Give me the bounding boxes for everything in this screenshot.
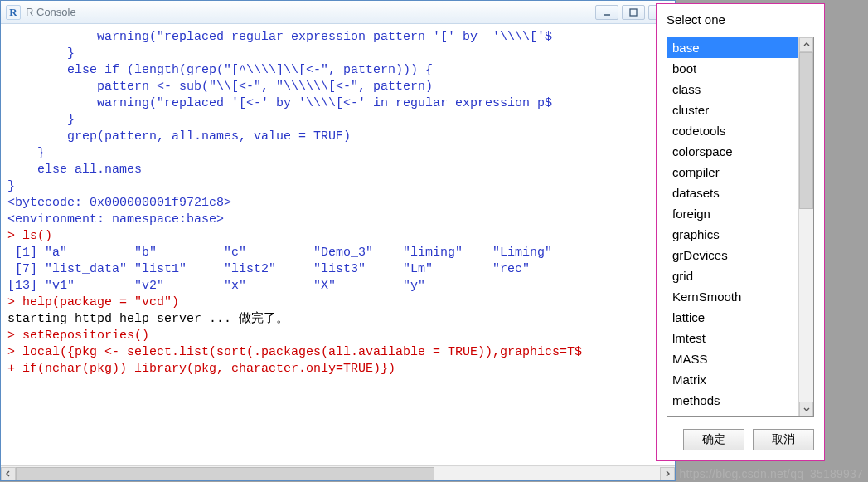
list-item[interactable]: MASS bbox=[667, 348, 798, 369]
console-line: [7] "list_data" "list1" "list2" "list3" … bbox=[7, 261, 668, 278]
h-scroll-thumb[interactable] bbox=[16, 467, 434, 480]
list-item[interactable]: lmtest bbox=[667, 328, 798, 348]
maximize-button[interactable] bbox=[622, 5, 645, 20]
list-item[interactable]: KernSmooth bbox=[667, 286, 798, 307]
console-line: } bbox=[7, 145, 668, 162]
console-line: warning("replaced regular expression pat… bbox=[7, 29, 668, 46]
dialog-title: Select one bbox=[667, 12, 814, 27]
list-item[interactable]: methods bbox=[667, 390, 798, 411]
list-item[interactable]: datasets bbox=[667, 183, 798, 203]
list-item[interactable]: grDevices bbox=[667, 245, 798, 265]
vertical-scrollbar[interactable] bbox=[798, 37, 813, 416]
console-line: [1] "a" "b" "c" "Demo_3" "liming" "Limin… bbox=[7, 245, 668, 261]
console-line: grep(pattern, all.names, value = TRUE) bbox=[7, 129, 668, 145]
console-line: [13] "v1" "v2" "x" "X" "y" bbox=[7, 278, 668, 295]
console-line: > setRepositories() bbox=[7, 328, 668, 344]
scroll-left-arrow[interactable] bbox=[1, 467, 16, 480]
cancel-button[interactable]: 取消 bbox=[753, 429, 814, 450]
r-console-body: warning("replaced regular expression pat… bbox=[1, 24, 675, 480]
list-item[interactable]: boot bbox=[667, 58, 798, 79]
list-item[interactable]: lattice bbox=[667, 307, 798, 328]
list-item[interactable]: base bbox=[667, 37, 798, 58]
list-item[interactable]: class bbox=[667, 79, 798, 100]
list-item[interactable]: mgcv bbox=[667, 411, 798, 416]
console-line: } bbox=[7, 178, 668, 195]
list-item[interactable]: graphics bbox=[667, 224, 798, 245]
v-scroll-thumb[interactable] bbox=[799, 52, 813, 209]
console-line: <bytecode: 0x000000001f9721c8> bbox=[7, 195, 668, 212]
console-line: > ls() bbox=[7, 228, 668, 245]
app-icon: R bbox=[6, 5, 21, 20]
list-item[interactable]: compiler bbox=[667, 162, 798, 183]
watermark-text: https://blog.csdn.net/qq_35189937 bbox=[680, 467, 863, 480]
minimize-button[interactable] bbox=[595, 5, 618, 20]
console-line: else all.names bbox=[7, 162, 668, 178]
list-item[interactable]: Matrix bbox=[667, 369, 798, 390]
scroll-right-arrow[interactable] bbox=[660, 467, 675, 480]
console-line: starting httpd help server ... 做完了。 bbox=[7, 311, 668, 328]
package-listbox[interactable]: basebootclassclustercodetoolscolorspacec… bbox=[667, 37, 798, 416]
console-line: else if (length(grep("[^\\\\]\\[<-", pat… bbox=[7, 62, 668, 79]
console-line: pattern <- sub("\\[<-", "\\\\\\[<-", pat… bbox=[7, 79, 668, 95]
console-line: + if(nchar(pkg)) library(pkg, character.… bbox=[7, 361, 668, 377]
list-item[interactable]: foreign bbox=[667, 203, 798, 224]
console-line: <environment: namespace:base> bbox=[7, 212, 668, 228]
list-item[interactable]: colorspace bbox=[667, 141, 798, 162]
console-line: } bbox=[7, 112, 668, 129]
select-one-dialog: Select one basebootclassclustercodetools… bbox=[656, 3, 825, 461]
ok-button[interactable]: 确定 bbox=[683, 429, 744, 450]
r-console-window: R R Console warning("replaced regular ex… bbox=[0, 0, 676, 481]
list-item[interactable]: grid bbox=[667, 265, 798, 286]
v-scroll-track[interactable] bbox=[799, 52, 813, 402]
listbox-wrap: basebootclassclustercodetoolscolorspacec… bbox=[667, 37, 814, 417]
console-line: warning("replaced '[<-' by '\\\\[<-' in … bbox=[7, 95, 668, 112]
window-title: R Console bbox=[26, 6, 76, 18]
h-scroll-track[interactable] bbox=[16, 467, 660, 480]
console-line: > local({pkg <- select.list(sort(.packag… bbox=[7, 344, 668, 361]
list-item[interactable]: cluster bbox=[667, 100, 798, 120]
svg-rect-1 bbox=[630, 9, 637, 16]
horizontal-scrollbar[interactable] bbox=[1, 465, 675, 480]
r-console-output[interactable]: warning("replaced regular expression pat… bbox=[1, 24, 675, 480]
list-item[interactable]: codetools bbox=[667, 120, 798, 141]
dialog-buttons: 确定 取消 bbox=[667, 417, 814, 450]
r-console-titlebar[interactable]: R R Console bbox=[1, 1, 675, 24]
scroll-down-arrow[interactable] bbox=[799, 402, 813, 416]
scroll-up-arrow[interactable] bbox=[799, 37, 813, 52]
console-line: } bbox=[7, 46, 668, 62]
console-line: > help(package = "vcd") bbox=[7, 295, 668, 311]
